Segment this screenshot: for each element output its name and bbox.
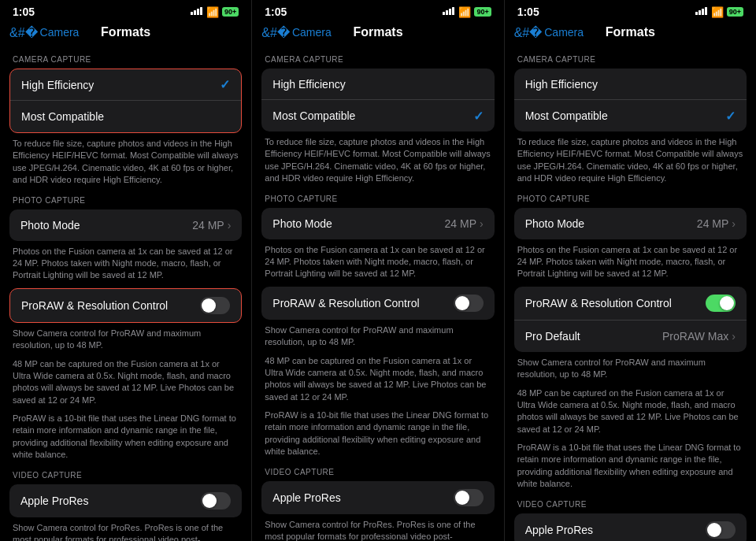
camera-capture-description: To reduce file size, capture photos and … (13, 138, 239, 187)
photo-mode-value: 24 MP › (697, 217, 736, 230)
proraw-description: Show Camera control for ProRAW and maxim… (13, 328, 239, 352)
prores-toggle[interactable] (454, 489, 484, 506)
camera-option-1[interactable]: Most Compatible ✓ (514, 100, 747, 132)
toggle-thumb (202, 298, 216, 313)
svg-rect-11 (705, 7, 707, 15)
page-title: Formats (101, 25, 150, 39)
photo-mode-row[interactable]: Photo Mode 24 MP › (9, 209, 242, 241)
video-capture-description: Show Camera control for ProRes. ProRes i… (13, 522, 239, 541)
chevron-right-icon: › (480, 217, 484, 230)
pro-default-row[interactable]: Pro Default ProRAW Max › (514, 321, 747, 352)
proraw-description-2: ProRAW is a 10-bit file that uses the Li… (517, 442, 743, 491)
apple-prores-label: Apple ProRes (525, 524, 593, 536)
photo-mode-label: Photo Mode (525, 217, 585, 230)
status-bar: 1:05 📶 90+ (505, 0, 756, 22)
status-time: 1:05 (265, 6, 287, 18)
proraw-toggle-row[interactable]: ProRAW & Resolution Control (10, 289, 241, 322)
checkmark-icon: ✓ (220, 77, 230, 92)
status-icons: 📶 90+ (695, 6, 743, 18)
signal-icon (191, 7, 203, 17)
proraw-extra-description: 48 MP can be captured on the Fusion came… (517, 387, 743, 436)
video-capture-section-label: VIDEO CAPTURE (517, 500, 743, 509)
content-area: CAMERA CAPTURE High Efficiency ✓ Most Co… (0, 46, 251, 541)
phone-panel-1: 1:05 📶 90+ &#� Camera Formats CAMERA CAP… (0, 0, 252, 541)
prores-toggle[interactable] (706, 521, 736, 539)
apple-prores-row[interactable]: Apple ProRes (261, 481, 494, 514)
photo-capture-group: Photo Mode 24 MP › (514, 208, 747, 239)
video-capture-group: Apple ProRes (261, 481, 494, 514)
apple-prores-row[interactable]: Apple ProRes (9, 484, 242, 517)
nav-bar: &#� Camera Formats (505, 22, 756, 46)
content-area: CAMERA CAPTURE High Efficiency Most Comp… (252, 46, 503, 541)
option-label: High Efficiency (525, 78, 598, 91)
photo-capture-section-label: PHOTO CAPTURE (517, 195, 743, 203)
option-label: High Efficiency (21, 79, 94, 91)
proraw-label: ProRAW & Resolution Control (21, 299, 168, 312)
svg-rect-9 (699, 10, 701, 15)
proraw-toggle[interactable] (706, 295, 736, 312)
back-label[interactable]: Camera (544, 26, 584, 39)
proraw-description-2: ProRAW is a 10-bit file that uses the Li… (13, 413, 239, 461)
toggle-thumb (455, 491, 469, 505)
status-icons: 📶 90+ (191, 6, 239, 18)
status-bar: 1:05 📶 90+ (252, 0, 503, 22)
back-label[interactable]: Camera (40, 26, 80, 39)
chevron-left-icon: &#� (514, 25, 543, 40)
proraw-group: ProRAW & Resolution Control Pro Default … (514, 287, 747, 352)
camera-option-1[interactable]: Most Compatible (10, 101, 241, 132)
video-capture-section-label: VIDEO CAPTURE (13, 471, 239, 480)
svg-rect-0 (191, 12, 193, 15)
svg-rect-8 (695, 12, 698, 15)
status-icons: 📶 90+ (443, 6, 491, 18)
camera-option-0[interactable]: High Efficiency (514, 69, 747, 100)
pro-default-value: ProRAW Max › (662, 330, 736, 343)
camera-option-1[interactable]: Most Compatible ✓ (261, 100, 494, 132)
option-label: High Efficiency (272, 78, 345, 91)
apple-prores-label: Apple ProRes (272, 491, 340, 504)
proraw-description-2: ProRAW is a 10-bit file that uses the Li… (265, 409, 491, 458)
photo-capture-description: Photos on the Fusion camera at 1x can be… (517, 244, 743, 280)
toggle-thumb (455, 296, 469, 310)
back-button[interactable]: &#� Camera (9, 25, 79, 40)
back-label[interactable]: Camera (292, 26, 332, 39)
video-capture-section-label: VIDEO CAPTURE (265, 468, 491, 476)
svg-rect-2 (197, 9, 199, 15)
chevron-right-icon: › (228, 219, 232, 232)
proraw-description: Show Camera control for ProRAW and maxim… (517, 357, 743, 381)
photo-capture-group: Photo Mode 24 MP › (261, 208, 494, 239)
wifi-icon: 📶 (458, 6, 471, 18)
proraw-label: ProRAW & Resolution Control (272, 297, 419, 309)
photo-mode-label: Photo Mode (272, 217, 332, 230)
page-title: Formats (353, 25, 402, 39)
camera-option-0[interactable]: High Efficiency (261, 69, 494, 100)
camera-capture-section-label: CAMERA CAPTURE (13, 55, 239, 64)
camera-capture-group: High Efficiency Most Compatible ✓ (514, 69, 747, 132)
photo-mode-row[interactable]: Photo Mode 24 MP › (261, 208, 494, 239)
apple-prores-row[interactable]: Apple ProRes (514, 513, 747, 541)
photo-mode-row[interactable]: Photo Mode 24 MP › (514, 208, 747, 239)
svg-rect-4 (443, 12, 445, 15)
video-capture-description: Show Camera control for ProRes. ProRes i… (265, 519, 491, 541)
battery-icon: 90+ (222, 7, 239, 17)
page-title: Formats (606, 25, 655, 39)
proraw-toggle-row[interactable]: ProRAW & Resolution Control (514, 287, 747, 321)
proraw-toggle[interactable] (200, 297, 230, 314)
camera-capture-description: To reduce file size, capture photos and … (517, 136, 743, 185)
proraw-group: ProRAW & Resolution Control (261, 287, 494, 320)
battery-icon: 90+ (727, 7, 743, 17)
pro-default-label: Pro Default (525, 330, 580, 343)
camera-capture-description: To reduce file size, capture photos and … (265, 136, 491, 185)
photo-capture-description: Photos on the Fusion camera at 1x can be… (265, 244, 491, 280)
prores-toggle[interactable] (201, 492, 231, 510)
toggle-thumb (720, 296, 734, 310)
battery-icon: 90+ (474, 7, 491, 17)
back-button[interactable]: &#� Camera (261, 25, 331, 40)
wifi-icon: 📶 (711, 6, 724, 18)
proraw-toggle[interactable] (454, 295, 484, 312)
camera-option-0[interactable]: High Efficiency ✓ (10, 69, 241, 101)
status-time: 1:05 (13, 6, 35, 18)
proraw-toggle-row[interactable]: ProRAW & Resolution Control (261, 287, 494, 320)
back-button[interactable]: &#� Camera (514, 25, 584, 40)
photo-mode-label: Photo Mode (20, 219, 80, 232)
option-label: Most Compatible (272, 109, 355, 122)
